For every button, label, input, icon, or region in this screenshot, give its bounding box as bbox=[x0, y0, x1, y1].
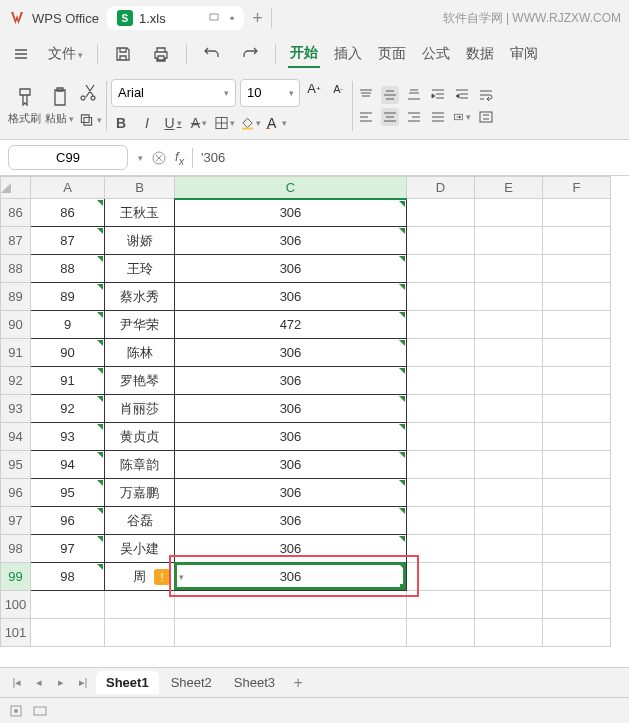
cell[interactable]: 王玲 bbox=[105, 255, 175, 283]
cell[interactable] bbox=[543, 423, 611, 451]
row-header[interactable]: 95 bbox=[1, 451, 31, 479]
cell[interactable] bbox=[543, 227, 611, 255]
cell[interactable] bbox=[475, 479, 543, 507]
warning-flag-icon[interactable]: ! bbox=[154, 569, 170, 585]
row-header[interactable]: 96 bbox=[1, 479, 31, 507]
row-header[interactable]: 91 bbox=[1, 339, 31, 367]
cell[interactable] bbox=[475, 451, 543, 479]
cell[interactable] bbox=[543, 591, 611, 619]
cell[interactable]: 91 bbox=[31, 367, 105, 395]
cell[interactable] bbox=[543, 451, 611, 479]
cell[interactable]: 陈林 bbox=[105, 339, 175, 367]
cell[interactable] bbox=[475, 535, 543, 563]
increase-font-icon[interactable]: A+ bbox=[304, 79, 324, 99]
col-header-E[interactable]: E bbox=[475, 177, 543, 199]
cell[interactable] bbox=[475, 367, 543, 395]
cell[interactable]: 罗艳琴 bbox=[105, 367, 175, 395]
row-header[interactable]: 94 bbox=[1, 423, 31, 451]
col-header-C[interactable]: C bbox=[175, 177, 407, 199]
cell[interactable] bbox=[475, 227, 543, 255]
menu-insert[interactable]: 插入 bbox=[332, 41, 364, 67]
row-header[interactable]: 87 bbox=[1, 227, 31, 255]
merge-cells-icon[interactable]: ▾ bbox=[453, 108, 471, 126]
add-sheet-button[interactable]: + bbox=[289, 674, 307, 692]
cell[interactable]: 蔡水秀 bbox=[105, 283, 175, 311]
row-header[interactable]: 101 bbox=[1, 619, 31, 647]
cell[interactable]: 尹华荣 bbox=[105, 311, 175, 339]
align-center-icon[interactable] bbox=[381, 108, 399, 126]
menu-data[interactable]: 数据 bbox=[464, 41, 496, 67]
last-sheet-icon[interactable]: ▸| bbox=[74, 674, 92, 692]
cell[interactable] bbox=[543, 479, 611, 507]
cell[interactable] bbox=[475, 619, 543, 647]
cell[interactable] bbox=[543, 395, 611, 423]
cell[interactable] bbox=[475, 395, 543, 423]
chevron-down-icon[interactable]: ▾ bbox=[138, 153, 143, 163]
cell[interactable] bbox=[475, 255, 543, 283]
cell[interactable]: 306 bbox=[175, 395, 407, 423]
sheet-tab-sheet2[interactable]: Sheet2 bbox=[161, 671, 222, 694]
select-all-corner[interactable] bbox=[1, 177, 31, 199]
cell[interactable] bbox=[475, 199, 543, 227]
new-tab-button[interactable]: + bbox=[252, 8, 263, 29]
cell[interactable]: 306 bbox=[175, 507, 407, 535]
print-icon[interactable] bbox=[148, 41, 174, 67]
cell[interactable] bbox=[407, 479, 475, 507]
row-header[interactable]: 88 bbox=[1, 255, 31, 283]
align-top-icon[interactable] bbox=[357, 86, 375, 104]
cell[interactable] bbox=[543, 563, 611, 591]
font-name-select[interactable]: ▾ bbox=[111, 79, 236, 107]
row-header[interactable]: 97 bbox=[1, 507, 31, 535]
record-macro-icon[interactable] bbox=[8, 703, 24, 719]
cell[interactable] bbox=[407, 423, 475, 451]
cell[interactable]: 96 bbox=[31, 507, 105, 535]
next-sheet-icon[interactable]: ▸ bbox=[52, 674, 70, 692]
cell[interactable] bbox=[543, 535, 611, 563]
decrease-indent-icon[interactable] bbox=[429, 86, 447, 104]
cell[interactable] bbox=[543, 367, 611, 395]
cell[interactable] bbox=[407, 283, 475, 311]
cell[interactable] bbox=[475, 339, 543, 367]
align-bottom-icon[interactable] bbox=[405, 86, 423, 104]
cell[interactable] bbox=[475, 311, 543, 339]
cell[interactable]: 黄贞贞 bbox=[105, 423, 175, 451]
cell[interactable] bbox=[407, 535, 475, 563]
cell[interactable] bbox=[543, 255, 611, 283]
cell[interactable]: 306 bbox=[175, 199, 407, 227]
italic-button[interactable]: I bbox=[137, 113, 157, 133]
cell[interactable] bbox=[31, 591, 105, 619]
font-size-select[interactable]: ▾ bbox=[240, 79, 300, 107]
file-menu[interactable]: 文件▾ bbox=[46, 41, 85, 67]
cell[interactable] bbox=[407, 563, 475, 591]
cell[interactable]: 93 bbox=[31, 423, 105, 451]
cell[interactable] bbox=[31, 619, 105, 647]
justify-icon[interactable] bbox=[429, 108, 447, 126]
fx-icon[interactable]: fx bbox=[175, 149, 184, 167]
font-size-input[interactable] bbox=[247, 85, 283, 100]
undo-icon[interactable] bbox=[199, 41, 225, 67]
cell[interactable]: 86 bbox=[31, 199, 105, 227]
menu-review[interactable]: 审阅 bbox=[508, 41, 540, 67]
cell[interactable]: 万嘉鹏 bbox=[105, 479, 175, 507]
cell[interactable] bbox=[407, 227, 475, 255]
menu-start[interactable]: 开始 bbox=[288, 40, 320, 68]
cell[interactable]: 306 bbox=[175, 227, 407, 255]
align-right-icon[interactable] bbox=[405, 108, 423, 126]
cell[interactable]: 306 bbox=[175, 283, 407, 311]
cell[interactable] bbox=[543, 619, 611, 647]
cell[interactable] bbox=[407, 451, 475, 479]
cell[interactable]: 谢娇 bbox=[105, 227, 175, 255]
cell[interactable] bbox=[105, 591, 175, 619]
cell-reference-input[interactable] bbox=[8, 145, 128, 170]
paste-button[interactable]: 粘贴▾ bbox=[45, 85, 74, 126]
underline-button[interactable]: U▾ bbox=[163, 113, 183, 133]
cell[interactable] bbox=[407, 395, 475, 423]
cell[interactable]: 306 bbox=[175, 367, 407, 395]
hamburger-icon[interactable] bbox=[8, 41, 34, 67]
menu-formula[interactable]: 公式 bbox=[420, 41, 452, 67]
cell[interactable]: 472 bbox=[175, 311, 407, 339]
cell[interactable] bbox=[407, 619, 475, 647]
font-name-input[interactable] bbox=[118, 85, 218, 100]
cell[interactable]: 97 bbox=[31, 535, 105, 563]
wrap-text-icon[interactable] bbox=[477, 86, 495, 104]
